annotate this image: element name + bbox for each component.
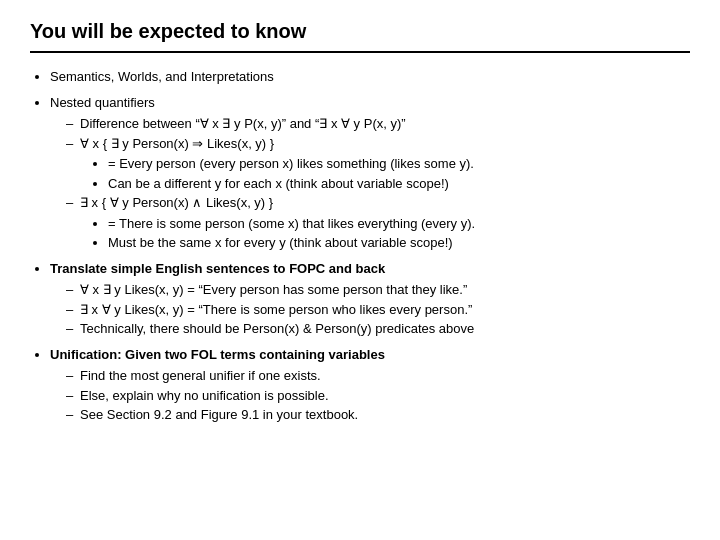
sub-list-item: Find the most general unifier if one exi…	[66, 366, 690, 386]
sub-sub-item: Must be the same x for every y (think ab…	[108, 233, 690, 253]
sub-sub-item: = There is some person (some x) that lik…	[108, 214, 690, 234]
bullet4-text: Unification: Given two FOL terms contain…	[50, 347, 385, 362]
slide-container: You will be expected to know Semantics, …	[30, 20, 690, 520]
sub-list-3: ∀ x ∃ y Likes(x, y) = “Every person has …	[50, 280, 690, 339]
bullet3-text: Translate simple English sentences to FO…	[50, 261, 385, 276]
sub-list-item: ∃ x { ∀ y Person(x) ∧ Likes(x, y) } = Th…	[66, 193, 690, 253]
list-item: Translate simple English sentences to FO…	[50, 259, 690, 339]
title-divider	[30, 51, 690, 53]
list-item: Unification: Given two FOL terms contain…	[50, 345, 690, 425]
sub2-0-text: Difference between “∀ x ∃ y P(x, y)” and…	[80, 116, 406, 131]
sub-list-item: ∀ x ∃ y Likes(x, y) = “Every person has …	[66, 280, 690, 300]
sub2-2-text: ∃ x { ∀ y Person(x) ∧ Likes(x, y) }	[80, 195, 273, 210]
sub-list-item: ∀ x { ∃ y Person(x) ⇒ Likes(x, y) } = Ev…	[66, 134, 690, 194]
main-list: Semantics, Worlds, and Interpretations N…	[30, 67, 690, 425]
list-item: Nested quantifiers Difference between “∀…	[50, 93, 690, 253]
sub-list-2: Difference between “∀ x ∃ y P(x, y)” and…	[50, 114, 690, 253]
sub-sub-list: = Every person (every person x) likes so…	[80, 154, 690, 193]
sub-list-item: Else, explain why no unification is poss…	[66, 386, 690, 406]
sub2-1-text: ∀ x { ∃ y Person(x) ⇒ Likes(x, y) }	[80, 136, 274, 151]
bullet2-text: Nested quantifiers	[50, 95, 155, 110]
sub-list-item: Difference between “∀ x ∃ y P(x, y)” and…	[66, 114, 690, 134]
sub-list-item: Technically, there should be Person(x) &…	[66, 319, 690, 339]
slide-title: You will be expected to know	[30, 20, 690, 43]
sub-list-item: ∃ x ∀ y Likes(x, y) = “There is some per…	[66, 300, 690, 320]
sub-sub-item: = Every person (every person x) likes so…	[108, 154, 690, 174]
sub-list-item: See Section 9.2 and Figure 9.1 in your t…	[66, 405, 690, 425]
bullet1-text: Semantics, Worlds, and Interpretations	[50, 69, 274, 84]
list-item: Semantics, Worlds, and Interpretations	[50, 67, 690, 87]
sub-sub-item: Can be a different y for each x (think a…	[108, 174, 690, 194]
sub-sub-list: = There is some person (some x) that lik…	[80, 214, 690, 253]
content-area: Semantics, Worlds, and Interpretations N…	[30, 67, 690, 425]
sub-list-4: Find the most general unifier if one exi…	[50, 366, 690, 425]
